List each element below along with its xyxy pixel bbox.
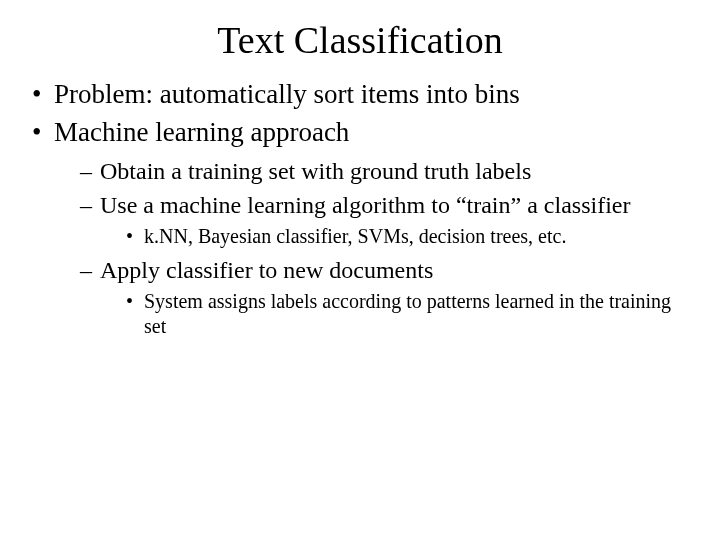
bullet-item: Problem: automatically sort items into b…	[28, 78, 692, 112]
bullet-item: System assigns labels according to patte…	[126, 289, 692, 339]
bullet-text: System assigns labels according to patte…	[144, 290, 671, 337]
bullet-item: Machine learning approach Obtain a train…	[28, 116, 692, 339]
slide: Text Classification Problem: automatical…	[0, 0, 720, 540]
bullet-text: Problem: automatically sort items into b…	[54, 79, 520, 109]
bullet-item: Use a machine learning algorithm to “tra…	[80, 190, 692, 249]
bullet-item: Obtain a training set with ground truth …	[80, 156, 692, 186]
bullet-item: Apply classifier to new documents System…	[80, 255, 692, 339]
bullet-list-level2: Obtain a training set with ground truth …	[54, 156, 692, 339]
bullet-text: Apply classifier to new documents	[100, 257, 433, 283]
bullet-list-level3: System assigns labels according to patte…	[100, 289, 692, 339]
bullet-text: Obtain a training set with ground truth …	[100, 158, 531, 184]
bullet-text: Machine learning approach	[54, 117, 349, 147]
bullet-list-level3: k.NN, Bayesian classifier, SVMs, decisio…	[100, 224, 692, 249]
slide-title: Text Classification	[28, 18, 692, 62]
bullet-list-level1: Problem: automatically sort items into b…	[28, 78, 692, 339]
bullet-text: k.NN, Bayesian classifier, SVMs, decisio…	[144, 225, 566, 247]
bullet-item: k.NN, Bayesian classifier, SVMs, decisio…	[126, 224, 692, 249]
bullet-text: Use a machine learning algorithm to “tra…	[100, 192, 630, 218]
